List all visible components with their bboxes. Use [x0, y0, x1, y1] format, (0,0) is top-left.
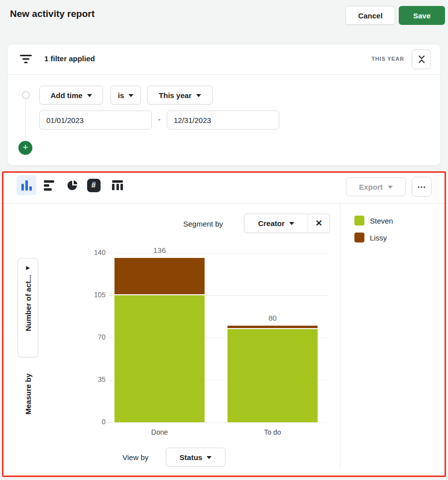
bar-segment-lissy[interactable] — [114, 258, 205, 295]
chart-legend: StevenLissy — [354, 216, 393, 242]
legend-item[interactable]: Lissy — [354, 233, 393, 242]
chart-type-scorecard-button[interactable]: # — [84, 175, 104, 195]
chevron-down-icon — [388, 186, 393, 189]
clear-segment-button[interactable]: ✕ — [308, 214, 330, 233]
legend-item[interactable]: Steven — [354, 216, 393, 226]
chart-type-column-button[interactable] — [16, 175, 36, 195]
bar-segment-steven[interactable] — [114, 295, 205, 422]
filter-card: 1 filter applied THIS YEAR + Add time is… — [7, 44, 441, 166]
filter-operator-dropdown[interactable]: is — [111, 86, 141, 105]
legend-swatch — [354, 233, 364, 242]
page-title: New activity report — [10, 8, 95, 19]
chevron-down-icon — [128, 94, 133, 97]
view-by-dropdown[interactable]: Status — [166, 448, 225, 467]
chevron-down-icon — [196, 94, 201, 97]
y-axis-label: 140 — [82, 248, 106, 256]
connector-line — [25, 100, 26, 141]
measure-by-value: Number of act... — [24, 275, 32, 331]
date-to-input[interactable] — [167, 111, 279, 129]
new-activity-report-page: New activity report Cancel Save 1 filter… — [0, 0, 448, 480]
filter-header: 1 filter applied THIS YEAR — [7, 44, 441, 74]
table-icon — [112, 180, 123, 191]
plus-icon: + — [22, 141, 28, 154]
x-axis-label: To do — [227, 428, 318, 436]
x-axis-label: Done — [114, 428, 205, 436]
axis-tick — [109, 295, 112, 296]
bar-chart-icon — [44, 180, 55, 191]
axis-tick — [109, 338, 112, 338]
axis-tick — [109, 422, 112, 423]
ellipsis-icon: ⋯ — [417, 182, 426, 192]
filter-summary: 1 filter applied — [44, 54, 95, 63]
y-axis-label: 70 — [82, 333, 106, 341]
filter-value-dropdown[interactable]: This year — [147, 86, 213, 105]
arrow-right-icon: ▶ — [26, 265, 30, 270]
bar-segment-lissy[interactable] — [227, 326, 318, 329]
segment-by-dropdown[interactable]: Creator — [244, 214, 308, 233]
chart-type-pie-button[interactable] — [63, 175, 83, 195]
filter-row-bullet — [22, 91, 30, 99]
pie-chart-icon — [67, 179, 79, 191]
collapse-icon — [417, 55, 426, 64]
filter-icon — [19, 54, 32, 65]
add-condition-button[interactable]: + — [18, 141, 32, 155]
bar-total-label: 136 — [114, 246, 205, 254]
y-axis-label: 105 — [82, 291, 106, 299]
filter-field-dropdown[interactable]: Add time — [39, 86, 103, 105]
axis-tick — [109, 380, 112, 380]
bar-segment-steven[interactable] — [227, 329, 318, 422]
divider — [7, 74, 441, 75]
y-axis-label: 35 — [82, 375, 106, 383]
cancel-button[interactable]: Cancel — [345, 6, 395, 25]
chevron-down-icon — [87, 94, 92, 97]
segment-by-control: Creator ✕ — [244, 214, 330, 233]
measure-by-dropdown[interactable]: ▶ Number of act... — [17, 258, 38, 358]
legend-label: Lissy — [370, 234, 387, 242]
divider — [340, 204, 340, 470]
export-button[interactable]: Export — [346, 177, 406, 196]
axis-tick — [109, 253, 112, 253]
chevron-down-icon — [207, 456, 212, 459]
chart-type-table-button[interactable] — [108, 175, 127, 195]
bar-total-label: 80 — [227, 314, 318, 322]
chart-type-bar-button[interactable] — [39, 175, 59, 195]
gridline — [114, 422, 330, 423]
view-by-label: View by — [122, 453, 148, 462]
save-button[interactable]: Save — [399, 6, 445, 25]
chart-panel: # Export ⋯ Segment by Creator ✕ StevenLi… — [2, 171, 446, 477]
legend-label: Steven — [370, 217, 393, 225]
divider — [3, 203, 445, 204]
segment-by-label: Segment by — [183, 220, 223, 228]
collapse-filter-button[interactable] — [412, 49, 431, 69]
scorecard-icon: # — [87, 179, 101, 192]
filter-period-badge: THIS YEAR — [371, 56, 404, 62]
close-icon: ✕ — [316, 218, 323, 229]
legend-swatch — [354, 216, 364, 226]
measure-by-label: Measure by — [17, 365, 38, 423]
more-options-button[interactable]: ⋯ — [412, 177, 432, 197]
y-axis-label: 0 — [82, 418, 106, 426]
column-chart-icon — [20, 180, 32, 191]
chevron-down-icon — [289, 222, 294, 225]
date-range-separator: - — [155, 115, 163, 123]
stacked-column-chart: 03570105140136Done80To do — [114, 253, 330, 422]
date-from-input[interactable] — [39, 111, 152, 129]
